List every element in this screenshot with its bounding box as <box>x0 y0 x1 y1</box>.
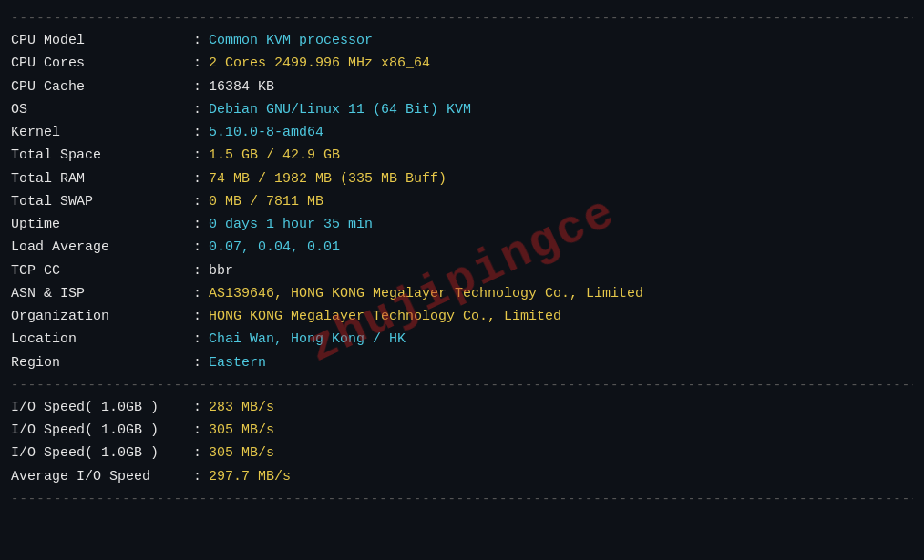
io-speed-section: I/O Speed( 1.0GB ): 283 MB/sI/O Speed( 1… <box>11 396 913 488</box>
row-colon: : <box>193 237 201 258</box>
row-colon: : <box>193 168 201 189</box>
row-colon: : <box>193 260 201 281</box>
info-row: CPU Cores: 2 Cores 2499.996 MHz x86_64 <box>11 52 913 75</box>
io-row-colon: : <box>193 397 201 418</box>
row-colon: : <box>193 122 201 143</box>
row-label: CPU Model <box>11 30 193 51</box>
row-colon: : <box>193 306 201 327</box>
row-value: Eastern <box>209 352 266 373</box>
io-row: I/O Speed( 1.0GB ): 283 MB/s <box>11 396 913 419</box>
row-label: TCP CC <box>11 260 193 281</box>
info-row: TCP CC: bbr <box>11 260 913 282</box>
divider-mid: ----------------------------------------… <box>11 378 913 392</box>
info-row: CPU Model: Common KVM processor <box>11 29 913 52</box>
row-label: Total Space <box>11 145 193 166</box>
info-row: Location: Chai Wan, Hong Kong / HK <box>11 328 913 351</box>
row-value: 0.07, 0.04, 0.01 <box>209 237 340 258</box>
io-row-colon: : <box>193 466 201 487</box>
row-colon: : <box>193 214 201 235</box>
info-row: CPU Cache: 16384 KB <box>11 76 913 98</box>
row-value: Common KVM processor <box>209 30 373 51</box>
info-row: ASN & ISP: AS139646, HONG KONG Megalayer… <box>11 282 913 305</box>
row-value: 0 MB / 7811 MB <box>209 191 323 212</box>
row-value: HONG KONG Megalayer Technology Co., Limi… <box>209 306 561 327</box>
row-colon: : <box>193 30 201 51</box>
io-row-colon: : <box>193 443 201 463</box>
row-value: 0 days 1 hour 35 min <box>209 214 373 235</box>
info-row: Total RAM: 74 MB / 1982 MB (335 MB Buff) <box>11 168 913 190</box>
row-colon: : <box>193 99 201 120</box>
row-label: CPU Cache <box>11 76 193 97</box>
row-label: Load Average <box>11 237 193 258</box>
row-label: Organization <box>11 306 193 327</box>
row-value: 2 Cores 2499.996 MHz x86_64 <box>209 53 430 74</box>
io-row-value: 305 MB/s <box>209 443 274 463</box>
row-colon: : <box>193 352 201 373</box>
divider-bot: ----------------------------------------… <box>11 492 913 506</box>
io-row: I/O Speed( 1.0GB ): 305 MB/s <box>11 419 913 442</box>
row-label: Total RAM <box>11 168 193 189</box>
row-value: 1.5 GB / 42.9 GB <box>209 145 340 166</box>
info-row: Organization: HONG KONG Megalayer Techno… <box>11 305 913 328</box>
io-row-label: I/O Speed( 1.0GB ) <box>11 420 193 441</box>
io-row-value: 297.7 MB/s <box>209 466 291 487</box>
row-value: 74 MB / 1982 MB (335 MB Buff) <box>209 168 447 189</box>
io-row: Average I/O Speed: 297.7 MB/s <box>11 465 913 488</box>
info-row: Total SWAP: 0 MB / 7811 MB <box>11 190 913 213</box>
row-label: Total SWAP <box>11 191 193 212</box>
row-value: Chai Wan, Hong Kong / HK <box>209 329 406 350</box>
io-row-colon: : <box>193 420 201 441</box>
row-label: Kernel <box>11 122 193 143</box>
row-colon: : <box>193 76 201 97</box>
row-colon: : <box>193 329 201 350</box>
info-row: Uptime: 0 days 1 hour 35 min <box>11 213 913 236</box>
row-colon: : <box>193 53 201 74</box>
io-row: I/O Speed( 1.0GB ): 305 MB/s <box>11 442 913 464</box>
row-value: 5.10.0-8-amd64 <box>209 122 323 143</box>
io-row-label: I/O Speed( 1.0GB ) <box>11 443 193 463</box>
info-row: OS: Debian GNU/Linux 11 (64 Bit) KVM <box>11 98 913 121</box>
row-value: AS139646, HONG KONG Megalayer Technology… <box>209 283 643 304</box>
row-colon: : <box>193 145 201 166</box>
io-row-label: I/O Speed( 1.0GB ) <box>11 397 193 418</box>
row-label: Region <box>11 352 193 373</box>
info-row: Region: Eastern <box>11 351 913 374</box>
io-row-value: 305 MB/s <box>209 420 274 441</box>
row-value: Debian GNU/Linux 11 (64 Bit) KVM <box>209 99 471 120</box>
info-row: Load Average: 0.07, 0.04, 0.01 <box>11 236 913 259</box>
terminal-output: ----------------------------------------… <box>0 0 924 517</box>
info-row: Kernel: 5.10.0-8-amd64 <box>11 121 913 144</box>
row-value: bbr <box>209 260 233 281</box>
io-row-label: Average I/O Speed <box>11 466 193 487</box>
row-label: Location <box>11 329 193 350</box>
row-label: CPU Cores <box>11 53 193 74</box>
row-value: 16384 KB <box>209 76 274 97</box>
row-label: ASN & ISP <box>11 283 193 304</box>
io-row-value: 283 MB/s <box>209 397 274 418</box>
main-info-section: CPU Model: Common KVM processorCPU Cores… <box>11 29 913 374</box>
row-colon: : <box>193 283 201 304</box>
row-label: Uptime <box>11 214 193 235</box>
divider-top: ----------------------------------------… <box>11 11 913 25</box>
row-colon: : <box>193 191 201 212</box>
row-label: OS <box>11 99 193 120</box>
info-row: Total Space: 1.5 GB / 42.9 GB <box>11 144 913 167</box>
